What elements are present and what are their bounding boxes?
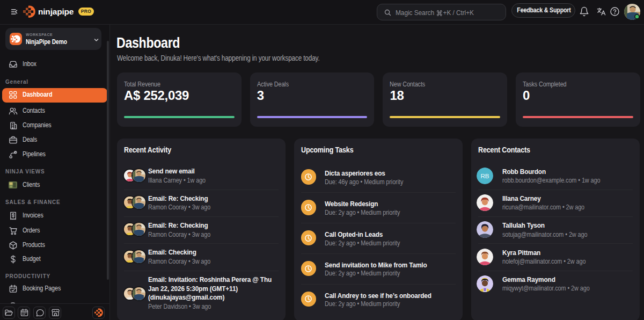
- svg-text:RB: RB: [481, 172, 489, 179]
